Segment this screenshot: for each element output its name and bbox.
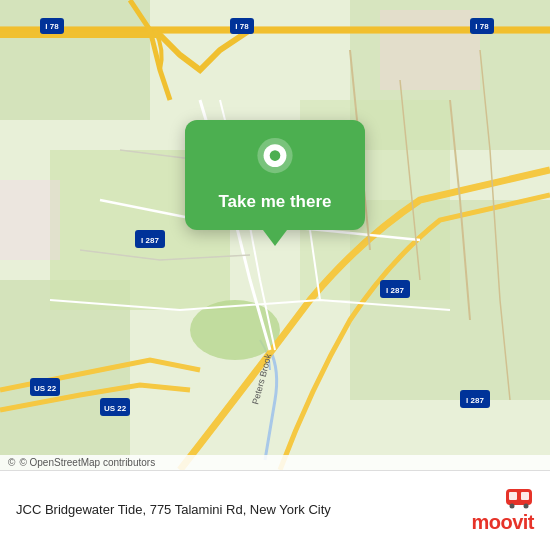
callout-label: Take me there xyxy=(218,192,331,212)
svg-text:I 78: I 78 xyxy=(475,22,489,31)
svg-text:I 78: I 78 xyxy=(45,22,59,31)
svg-text:US 22: US 22 xyxy=(104,404,127,413)
svg-text:US 22: US 22 xyxy=(34,384,57,393)
svg-rect-8 xyxy=(380,10,480,90)
svg-text:I 287: I 287 xyxy=(141,236,159,245)
moovit-logo: moovit xyxy=(471,487,534,534)
svg-text:I 78: I 78 xyxy=(235,22,249,31)
attribution-text: © OpenStreetMap contributors xyxy=(19,457,155,468)
svg-rect-31 xyxy=(509,492,517,500)
svg-point-34 xyxy=(524,504,529,509)
svg-point-33 xyxy=(510,504,515,509)
moovit-wordmark: moovit xyxy=(471,511,534,534)
map-container: I 78 I 78 I 78 I 287 I 287 I 287 US 22 U… xyxy=(0,0,550,470)
address-text: JCC Bridgewater Tide, 775 Talamini Rd, N… xyxy=(16,501,331,519)
svg-text:I 287: I 287 xyxy=(466,396,484,405)
info-bar: JCC Bridgewater Tide, 775 Talamini Rd, N… xyxy=(0,470,550,550)
svg-rect-32 xyxy=(521,492,529,500)
svg-rect-1 xyxy=(0,0,150,120)
location-callout[interactable]: Take me there xyxy=(185,120,365,230)
svg-point-29 xyxy=(270,150,281,161)
svg-rect-9 xyxy=(0,180,60,260)
map-attribution: © © OpenStreetMap contributors xyxy=(0,455,550,470)
moovit-bus-icon xyxy=(504,487,534,509)
location-pin-icon xyxy=(253,138,297,182)
svg-text:I 287: I 287 xyxy=(386,286,404,295)
copyright-symbol: © xyxy=(8,457,15,468)
